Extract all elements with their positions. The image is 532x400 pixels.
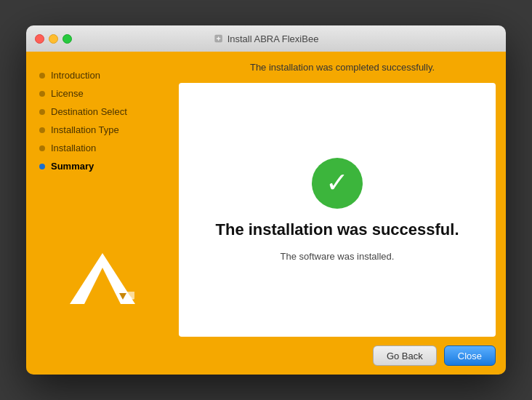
window-icon [214, 33, 224, 44]
nav-dot-installation [39, 145, 45, 151]
content-area: ✓ The installation was successful. The s… [179, 83, 496, 337]
traffic-lights [35, 34, 72, 44]
nav-dot-introduction [39, 73, 45, 79]
sidebar-item-installation-type[interactable]: Installation Type [26, 121, 179, 139]
checkmark-icon: ✓ [326, 169, 349, 196]
sidebar-logo [26, 242, 179, 322]
success-banner: The installation was completed successfu… [179, 52, 506, 83]
nav-dot-installation-type [39, 127, 45, 133]
sidebar-item-installation[interactable]: Installation [26, 139, 179, 157]
installer-window: Install ABRA FlexiBee Introduction Licen… [26, 25, 506, 375]
window-body: Introduction License Destination Select … [26, 52, 506, 337]
sidebar-nav: Introduction License Destination Select … [26, 66, 179, 242]
sidebar: Introduction License Destination Select … [26, 52, 179, 337]
sidebar-item-introduction[interactable]: Introduction [26, 66, 179, 84]
minimize-button[interactable] [49, 34, 58, 44]
success-subtitle: The software was installed. [281, 251, 395, 262]
close-button-footer[interactable]: Close [444, 345, 496, 366]
main-content: The installation was completed successfu… [179, 52, 506, 337]
success-title: The installation was successful. [216, 220, 459, 239]
nav-dot-destination [39, 109, 45, 115]
abra-logo [63, 249, 142, 308]
sidebar-item-license[interactable]: License [26, 84, 179, 103]
nav-dot-summary [39, 164, 45, 169]
maximize-button[interactable] [63, 34, 72, 44]
sidebar-item-destination-select[interactable]: Destination Select [26, 103, 179, 121]
nav-dot-license [39, 91, 45, 97]
title-bar: Install ABRA FlexiBee [26, 25, 506, 52]
footer: Go Back Close [26, 337, 506, 375]
go-back-button[interactable]: Go Back [373, 345, 437, 366]
close-button[interactable] [35, 34, 44, 44]
window-title: Install ABRA FlexiBee [214, 33, 319, 44]
sidebar-item-summary[interactable]: Summary [26, 157, 179, 175]
success-icon: ✓ [312, 158, 363, 209]
